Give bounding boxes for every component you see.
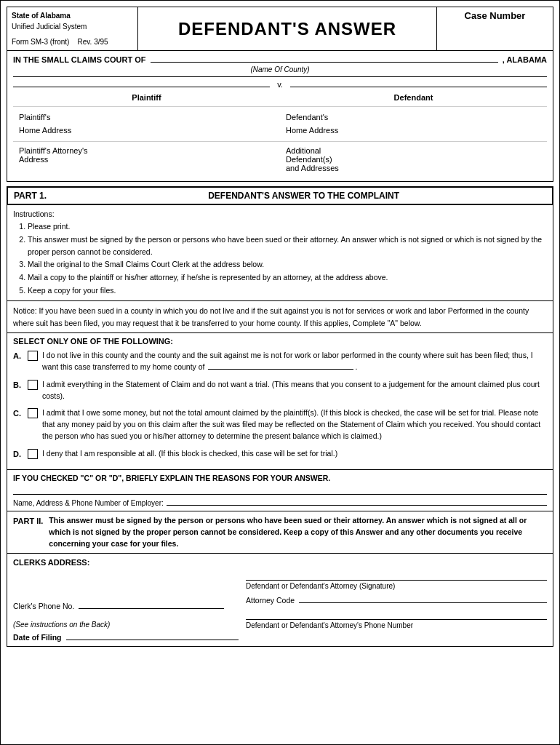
form-id: Form SM-3 (front) <box>12 38 69 46</box>
employer-line: Name, Address & Phone Number of Employer… <box>13 499 547 507</box>
defendant-phone-sig-line <box>246 619 547 620</box>
defendant-phone-sig-label: Defendant or Defendant's Attorney's Phon… <box>246 621 547 629</box>
defendant-sig-line <box>246 580 547 581</box>
state-name: State of Alabama <box>12 10 133 21</box>
explain-text: IF YOU CHECKED "C" OR "D", BRIEFLY EXPLA… <box>13 474 547 482</box>
employer-fill-line <box>167 505 547 506</box>
plaintiff-home-addr: Plaintiff'sHome Address <box>13 111 280 137</box>
form-rev: Rev. 3/95 <box>78 38 108 46</box>
option-a-letter: A. <box>13 350 28 362</box>
see-instructions: (See instructions on the Back) <box>13 621 239 629</box>
select-section: SELECT ONLY ONE OF THE FOLLOWING: A. I d… <box>7 333 553 470</box>
option-a-checkbox[interactable] <box>28 351 38 361</box>
date-filing-row: Date of Filing <box>13 633 239 642</box>
option-b-letter: B. <box>13 379 28 391</box>
clerks-right: Defendant or Defendant's Attorney (Signa… <box>246 573 547 642</box>
option-d-letter: D. <box>13 448 28 461</box>
attorney-code-row: Attorney Code <box>246 596 547 605</box>
address-section-1: Plaintiff'sHome Address Defendant'sHome … <box>13 107 547 142</box>
clerk-phone-row: Clerk's Phone No. <box>13 602 239 610</box>
date-filing-label: Date of Filing <box>13 633 62 642</box>
instruction-5: Keep a copy for your files. <box>28 284 547 297</box>
option-a-text: I do not live in this county and the cou… <box>42 350 547 373</box>
county-fill <box>208 369 353 370</box>
defendant-sig-label: Defendant or Defendant's Attorney (Signa… <box>246 582 547 590</box>
defendant-label: Defendant <box>280 93 547 102</box>
clerks-section: CLERKS ADDRESS: Clerk's Phone No. (See i… <box>7 554 553 647</box>
vs-row: v. <box>13 76 547 92</box>
option-c-row: C. I admit that I owe some money, but no… <box>13 407 547 442</box>
option-d-row: D. I deny that I am responsible at all. … <box>13 448 547 461</box>
option-b-text: I admit everything in the Statement of C… <box>42 379 547 402</box>
instructions-list: Please print. This answer must be signed… <box>13 220 547 297</box>
date-filing-fill-line <box>66 640 239 640</box>
plaintiff-line <box>13 87 270 87</box>
instruction-2: This answer must be signed by the person… <box>28 234 547 258</box>
instruction-4: Mail a copy to the plaintiff or his/her … <box>28 271 547 284</box>
plaintiff-label: Plaintiff <box>13 93 280 102</box>
attorney-code-label: Attorney Code <box>246 596 295 605</box>
clerks-address-header: CLERKS ADDRESS: <box>13 558 547 567</box>
in-the-label: IN THE SMALL CLAIMS COURT OF <box>13 55 146 64</box>
notice-text: Notice: If you have been sued in a count… <box>13 306 529 327</box>
alabama-label: , ALABAMA <box>503 55 547 64</box>
address-section-2: Plaintiff's Attorney'sAddress Additional… <box>13 142 547 177</box>
instruction-1: Please print. <box>28 220 547 233</box>
option-d-checkbox[interactable] <box>28 449 38 459</box>
page: State of Alabama Unified Judicial System… <box>0 0 560 745</box>
defendant-line <box>290 87 547 87</box>
option-c-text: I admit that I owe some money, but not t… <box>42 407 547 442</box>
clerks-left: Clerk's Phone No. (See instructions on t… <box>13 573 246 642</box>
case-number-box: Case Number <box>436 7 553 50</box>
system-name: Unified Judicial System <box>12 21 133 32</box>
explain-section: IF YOU CHECKED "C" OR "D", BRIEFLY EXPLA… <box>7 470 553 511</box>
option-d-text: I deny that I am responsible at all. (If… <box>42 448 547 460</box>
part2-text: This answer must be signed by the person… <box>49 515 547 549</box>
notice-section: Notice: If you have been sued in a count… <box>7 301 553 334</box>
option-b-row: B. I admit everything in the Statement o… <box>13 379 547 402</box>
form-info: Form SM-3 (front) Rev. 3/95 <box>12 36 133 47</box>
county-fill-line <box>151 62 498 63</box>
plaintiff-attorney-addr: Plaintiff's Attorney'sAddress <box>13 146 280 172</box>
instructions-header: Instructions: <box>13 208 547 220</box>
header-left: State of Alabama Unified Judicial System… <box>7 7 138 50</box>
part1-title: DEFENDANT'S ANSWER TO THE COMPLAINT <box>61 191 546 201</box>
part2-section: PART II. This answer must be signed by t… <box>7 511 553 554</box>
clerk-phone-fill-line <box>79 608 224 609</box>
vs-text: v. <box>274 80 286 89</box>
option-b-checkbox[interactable] <box>28 380 38 390</box>
part1-label: PART 1. <box>14 191 47 201</box>
instruction-3: Mail the original to the Small Claims Co… <box>28 258 547 271</box>
court-section: IN THE SMALL CLAIMS COURT OF , ALABAMA (… <box>7 51 553 182</box>
attorney-code-fill-line <box>299 602 547 603</box>
case-number-label: Case Number <box>465 10 526 21</box>
part2-label: PART II. <box>13 515 43 527</box>
court-row: IN THE SMALL CLAIMS COURT OF , ALABAMA <box>13 55 547 65</box>
option-c-checkbox[interactable] <box>28 408 38 418</box>
part1-header: PART 1. DEFENDANT'S ANSWER TO THE COMPLA… <box>7 186 553 205</box>
option-c-letter: C. <box>13 407 28 420</box>
instructions-section: Instructions: Please print. This answer … <box>7 205 553 301</box>
county-name-label: (Name Of County) <box>13 65 547 76</box>
part2-header: PART II. This answer must be signed by t… <box>13 515 547 549</box>
form-title: DEFENDANT'S ANSWER <box>138 7 436 50</box>
clerk-phone-label: Clerk's Phone No. <box>13 602 74 610</box>
header: State of Alabama Unified Judicial System… <box>7 7 553 51</box>
defendant-home-addr: Defendant'sHome Address <box>280 111 547 137</box>
employer-label: Name, Address & Phone Number of Employer… <box>13 499 164 507</box>
explain-answer-line <box>13 494 547 495</box>
clerks-body: Clerk's Phone No. (See instructions on t… <box>13 573 547 642</box>
additional-defendant-addr: AdditionalDefendant(s)and Addresses <box>280 146 547 172</box>
select-header: SELECT ONLY ONE OF THE FOLLOWING: <box>13 337 547 346</box>
plaintiff-defendant-labels: Plaintiff Defendant <box>13 92 547 107</box>
option-a-row: A. I do not live in this county and the … <box>13 350 547 373</box>
